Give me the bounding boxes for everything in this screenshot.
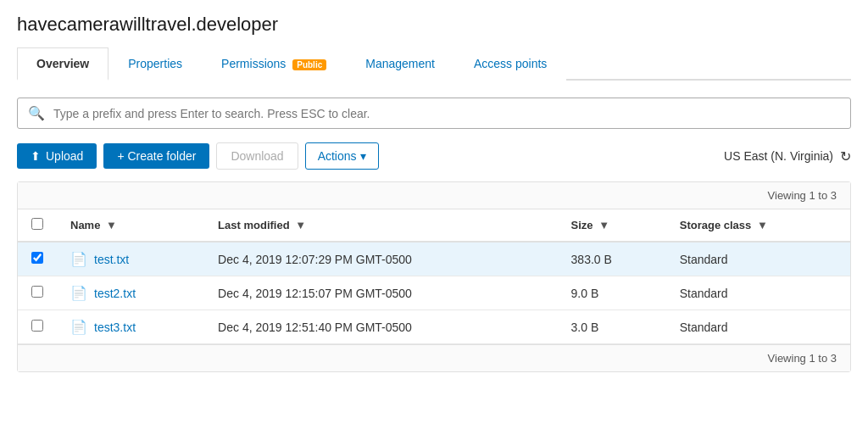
file-link-2[interactable]: test2.txt — [94, 287, 136, 300]
row-name-cell: 📄 test.txt — [57, 242, 204, 276]
file-icon: 📄 — [70, 319, 87, 335]
row-checkbox-cell — [18, 310, 57, 344]
search-icon: 🔍 — [28, 105, 45, 121]
file-icon: 📄 — [70, 285, 87, 301]
permissions-badge: Public — [292, 59, 326, 70]
viewing-info-bottom: Viewing 1 to 3 — [18, 344, 850, 371]
file-icon: 📄 — [70, 251, 87, 267]
row-name-cell: 📄 test2.txt — [57, 276, 204, 310]
tab-management[interactable]: Management — [346, 47, 454, 81]
viewing-info-top: Viewing 1 to 3 — [18, 182, 850, 209]
tab-bar: Overview Properties Permissions Public M… — [17, 46, 851, 81]
refresh-icon[interactable]: ↻ — [840, 148, 851, 164]
select-all-header — [18, 209, 57, 242]
row-storage-cell: Standard — [666, 310, 850, 344]
page-title: havecamerawilltravel.developer — [17, 14, 851, 36]
row-storage-cell: Standard — [666, 276, 850, 310]
actions-button[interactable]: Actions ▾ — [305, 142, 379, 170]
row-modified-cell: Dec 4, 2019 12:07:29 PM GMT-0500 — [204, 242, 557, 276]
tab-permissions[interactable]: Permissions Public — [202, 47, 346, 81]
row-checkbox-cell — [18, 242, 57, 276]
tab-properties[interactable]: Properties — [108, 47, 202, 81]
row-storage-cell: Standard — [666, 242, 850, 276]
col-header-name: Name ▼ — [57, 209, 204, 242]
modified-sort-icon[interactable]: ▼ — [295, 219, 306, 231]
table-row: 📄 test.txt Dec 4, 2019 12:07:29 PM GMT-0… — [18, 242, 850, 276]
select-all-checkbox[interactable] — [31, 218, 43, 230]
upload-icon: ⬆ — [31, 149, 41, 163]
row-checkbox-2[interactable] — [31, 286, 43, 298]
toolbar: ⬆ Upload + Create folder Download Action… — [17, 142, 851, 170]
upload-button[interactable]: ⬆ Upload — [17, 143, 97, 169]
create-folder-button[interactable]: + Create folder — [103, 143, 209, 169]
row-size-cell: 9.0 B — [558, 276, 666, 310]
col-header-size: Size ▼ — [558, 209, 666, 242]
file-link-3[interactable]: test3.txt — [94, 321, 136, 334]
row-name-cell: 📄 test3.txt — [57, 310, 204, 344]
row-checkbox-3[interactable] — [31, 320, 43, 332]
search-input[interactable] — [53, 107, 840, 120]
chevron-down-icon: ▾ — [360, 149, 366, 163]
download-button[interactable]: Download — [216, 142, 298, 170]
storage-sort-icon[interactable]: ▼ — [757, 219, 768, 231]
name-sort-icon[interactable]: ▼ — [106, 219, 117, 231]
region-info: US East (N. Virginia) ↻ — [724, 148, 851, 164]
size-sort-icon[interactable]: ▼ — [598, 219, 609, 231]
file-link-1[interactable]: test.txt — [94, 253, 129, 266]
region-label: US East (N. Virginia) — [724, 149, 833, 163]
row-modified-cell: Dec 4, 2019 12:51:40 PM GMT-0500 — [204, 310, 557, 344]
row-size-cell: 383.0 B — [558, 242, 666, 276]
col-header-storage-class: Storage class ▼ — [666, 209, 850, 242]
row-checkbox-cell — [18, 276, 57, 310]
table-row: 📄 test2.txt Dec 4, 2019 12:15:07 PM GMT-… — [18, 276, 850, 310]
tab-overview[interactable]: Overview — [17, 47, 108, 81]
row-modified-cell: Dec 4, 2019 12:15:07 PM GMT-0500 — [204, 276, 557, 310]
search-bar: 🔍 — [17, 98, 851, 129]
files-table: Name ▼ Last modified ▼ Size ▼ Storage — [18, 209, 850, 344]
tab-access-points[interactable]: Access points — [454, 47, 566, 81]
row-checkbox-1[interactable] — [31, 252, 43, 264]
table-header-row: Name ▼ Last modified ▼ Size ▼ Storage — [18, 209, 850, 242]
col-header-last-modified: Last modified ▼ — [204, 209, 557, 242]
row-size-cell: 3.0 B — [558, 310, 666, 344]
table-row: 📄 test3.txt Dec 4, 2019 12:51:40 PM GMT-… — [18, 310, 850, 344]
files-table-container: Viewing 1 to 3 Name ▼ Last modified ▼ — [17, 181, 851, 372]
